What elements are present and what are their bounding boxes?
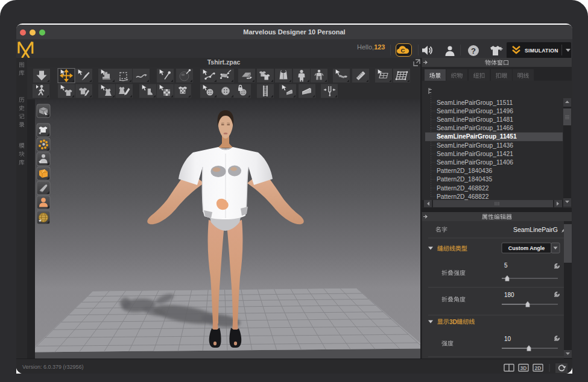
svg-text:SeamLinePairGroup_11496: SeamLinePairGroup_11496 bbox=[437, 108, 513, 114]
svg-text:5: 5 bbox=[504, 262, 508, 269]
svg-text:180: 180 bbox=[504, 292, 514, 298]
svg-text:10: 10 bbox=[504, 336, 511, 342]
svg-text:SeamLinePairG: SeamLinePairG bbox=[513, 226, 558, 233]
svg-text:Pattern2D_468822: Pattern2D_468822 bbox=[437, 193, 489, 200]
svg-text:SeamLinePairGroup_11436: SeamLinePairGroup_11436 bbox=[437, 142, 513, 149]
svg-text:SeamLinePairGroup_11466: SeamLinePairGroup_11466 bbox=[437, 125, 513, 131]
svg-text:SeamLinePairGroup_11481: SeamLinePairGroup_11481 bbox=[437, 116, 513, 123]
svg-text:SeamLinePairGroup_11511: SeamLinePairGroup_11511 bbox=[437, 99, 513, 106]
svg-text:Custom Angle: Custom Angle bbox=[508, 245, 545, 251]
svg-text:3D: 3D bbox=[520, 365, 527, 371]
svg-text:SeamLinePairGroup_11421: SeamLinePairGroup_11421 bbox=[437, 151, 513, 157]
svg-text:Pattern2D_468822: Pattern2D_468822 bbox=[437, 185, 489, 192]
svg-text:?: ? bbox=[471, 46, 476, 55]
svg-text:C: C bbox=[401, 47, 405, 54]
svg-text:Pattern2D_1840435: Pattern2D_1840435 bbox=[437, 176, 492, 183]
svg-text:3D: 3D bbox=[449, 319, 457, 325]
svg-text:Pattern2D_1840436: Pattern2D_1840436 bbox=[437, 168, 492, 174]
svg-text:SeamLinePairGroup_11451: SeamLinePairGroup_11451 bbox=[437, 133, 517, 140]
svg-text:2D: 2D bbox=[535, 365, 542, 371]
svg-text:SeamLinePairGroup_11406: SeamLinePairGroup_11406 bbox=[437, 159, 513, 166]
